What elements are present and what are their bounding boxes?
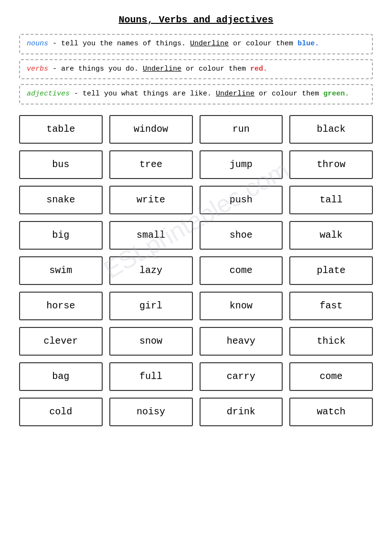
word-box: full (109, 362, 193, 391)
word-box: heavy (200, 327, 283, 356)
adjectives-label: adjectives (27, 90, 70, 98)
word-box: plate (289, 256, 373, 285)
nouns-text: - tell you the names of things. Underlin… (53, 40, 319, 48)
word-box: write (109, 186, 193, 214)
word-box: drink (200, 398, 283, 426)
verbs-label: verbs (27, 65, 48, 73)
word-box: shoe (200, 221, 283, 250)
adjectives-text: - tell you what things are like. Underli… (74, 90, 349, 98)
word-box: horse (19, 292, 103, 320)
word-box: big (19, 221, 103, 250)
word-box: snow (109, 327, 193, 356)
word-box: bus (19, 150, 103, 179)
verbs-info-box: verbs - are things you do. Underline or … (19, 59, 373, 80)
word-box: black (289, 115, 373, 144)
word-box: walk (289, 221, 373, 250)
word-box: tree (109, 150, 193, 179)
word-box: small (109, 221, 193, 250)
word-box: fast (289, 292, 373, 320)
nouns-label: nouns (27, 40, 48, 48)
word-box: know (200, 292, 283, 320)
word-box: girl (109, 292, 193, 320)
words-grid: tablewindowrunblackbustreejumpthrowsnake… (19, 115, 373, 426)
word-box: throw (289, 150, 373, 179)
word-box: noisy (109, 398, 193, 426)
word-box: tall (289, 186, 373, 214)
word-box: thick (289, 327, 373, 356)
adjectives-info-box: adjectives - tell you what things are li… (19, 84, 373, 105)
word-box: table (19, 115, 103, 144)
word-box: come (200, 256, 283, 285)
word-box: window (109, 115, 193, 144)
verbs-text: - are things you do. Underline or colour… (53, 65, 267, 73)
word-box: lazy (109, 256, 193, 285)
word-box: swim (19, 256, 103, 285)
word-box: come (289, 362, 373, 391)
word-box: carry (200, 362, 283, 391)
word-box: cold (19, 398, 103, 426)
word-box: push (200, 186, 283, 214)
nouns-info-box: nouns - tell you the names of things. Un… (19, 34, 373, 54)
word-box: bag (19, 362, 103, 391)
word-box: snake (19, 186, 103, 214)
page-title: Nouns, Verbs and adjectives (19, 14, 373, 25)
word-box: jump (200, 150, 283, 179)
word-box: watch (289, 398, 373, 426)
word-box: clever (19, 327, 103, 356)
word-box: run (200, 115, 283, 144)
